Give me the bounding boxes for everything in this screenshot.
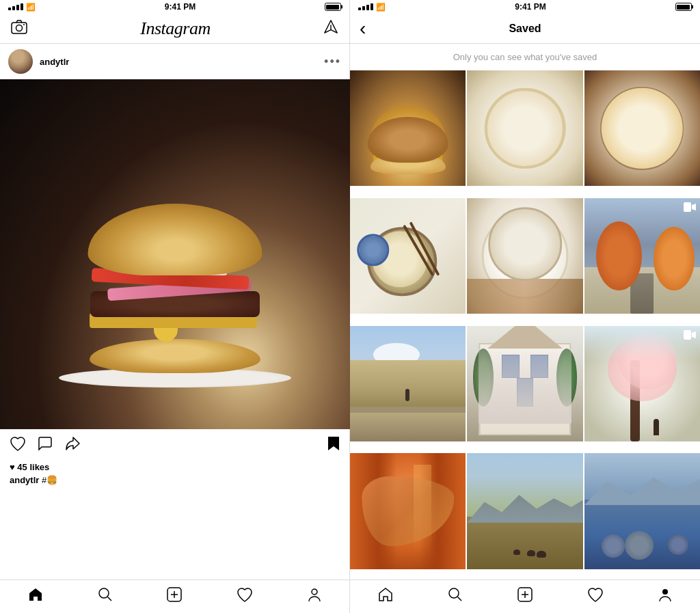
left-header: Instagram [0,14,349,44]
tab-add[interactable] [167,587,182,606]
avatar-image [8,49,33,74]
grid-image-5 [467,198,582,314]
left-panel: 📶 9:41 PM Instagram [0,0,350,613]
grid-image-4 [350,198,466,314]
saved-grid [350,70,700,580]
grid-image-1 [350,70,466,186]
grid-item-4[interactable] [350,198,466,314]
battery-icon [325,3,341,11]
svg-line-5 [108,597,112,601]
grid-item-1[interactable] [350,70,466,186]
left-status-right [325,3,341,11]
right-tab-search[interactable] [448,587,463,606]
right-wifi-icon: 📶 [376,3,386,12]
grid-image-2 [467,70,582,186]
saved-subtitle-text: Only you can see what you've saved [453,52,597,62]
wifi-icon: 📶 [26,3,36,12]
left-tab-bar [0,580,349,613]
right-status-left: 📶 [358,3,386,12]
avatar[interactable] [8,49,33,74]
grid-item-3[interactable] [584,70,700,186]
svg-point-9 [312,589,317,595]
right-time: 9:41 PM [515,2,546,12]
tab-search[interactable] [98,587,113,606]
grid-item-11[interactable] [467,453,582,569]
video-badge-9 [684,330,696,342]
left-time: 9:41 PM [165,2,196,12]
right-tab-add[interactable] [517,587,533,606]
right-battery-icon [675,3,692,11]
caption-text: #🍔 [42,475,57,485]
post-actions [0,429,349,462]
right-tab-bar [350,580,700,613]
left-status-bar: 📶 9:41 PM [0,0,349,14]
more-options-button[interactable]: ••• [324,55,341,69]
grid-image-12 [584,453,700,569]
svg-point-2 [23,24,25,25]
post-actions-left [10,436,81,455]
svg-line-13 [458,597,462,601]
grid-image-10 [350,453,466,569]
grid-image-6 [584,198,700,314]
right-status-bar: 📶 9:41 PM [350,0,700,14]
post-image [0,79,350,429]
grid-item-7[interactable] [350,326,466,441]
app-logo: Instagram [140,18,210,39]
video-badge-6 [684,202,696,214]
svg-point-12 [449,588,459,598]
grid-item-9[interactable] [584,326,700,441]
grid-image-3 [584,70,700,186]
tab-home[interactable] [27,587,44,606]
right-signal-icon [358,3,373,10]
comment-button[interactable] [37,436,53,455]
back-button[interactable]: ‹ [360,18,366,40]
right-status-right [675,3,692,11]
grid-image-11 [467,453,582,569]
grid-image-8 [467,326,582,441]
saved-title: Saved [509,23,541,35]
burger-photo [0,79,350,429]
bookmark-button[interactable] [327,436,340,455]
tab-activity[interactable] [237,587,253,606]
left-status-left: 📶 [8,3,36,12]
post-username[interactable]: andytlr [40,57,69,67]
send-icon[interactable] [323,19,338,38]
right-header: ‹ Saved [350,14,700,44]
caption-username[interactable]: andytlr [10,475,39,485]
svg-rect-10 [684,202,691,212]
grid-item-12[interactable] [584,453,700,569]
post-user-left: andytlr [8,49,69,74]
right-tab-activity[interactable] [587,587,604,606]
grid-item-5[interactable] [467,198,582,314]
signal-icon [8,3,23,10]
grid-image-7 [350,326,466,441]
like-button[interactable] [10,436,26,455]
share-button[interactable] [64,436,81,455]
likes-count[interactable]: 45 likes [17,462,49,472]
post-caption: andytlr #🍔 [0,475,349,491]
tab-profile[interactable] [307,587,322,606]
grid-item-8[interactable] [467,326,582,441]
right-tab-profile[interactable] [658,587,673,606]
heart-filled-icon: ♥ [10,462,15,472]
right-panel: 📶 9:41 PM ‹ Saved Only you can see what … [350,0,700,613]
grid-image-9 [584,326,700,441]
right-tab-home[interactable] [377,587,394,606]
svg-point-4 [99,588,109,598]
post-likes: ♥ 45 likes [0,462,349,475]
svg-point-17 [662,589,668,595]
saved-subtitle: Only you can see what you've saved [350,44,700,70]
grid-item-2[interactable] [467,70,582,186]
grid-item-6[interactable] [584,198,700,314]
svg-rect-11 [684,330,691,340]
post-user-row: andytlr ••• [0,44,349,79]
camera-icon[interactable] [11,19,27,38]
svg-point-1 [16,25,23,31]
grid-item-10[interactable] [350,453,466,569]
